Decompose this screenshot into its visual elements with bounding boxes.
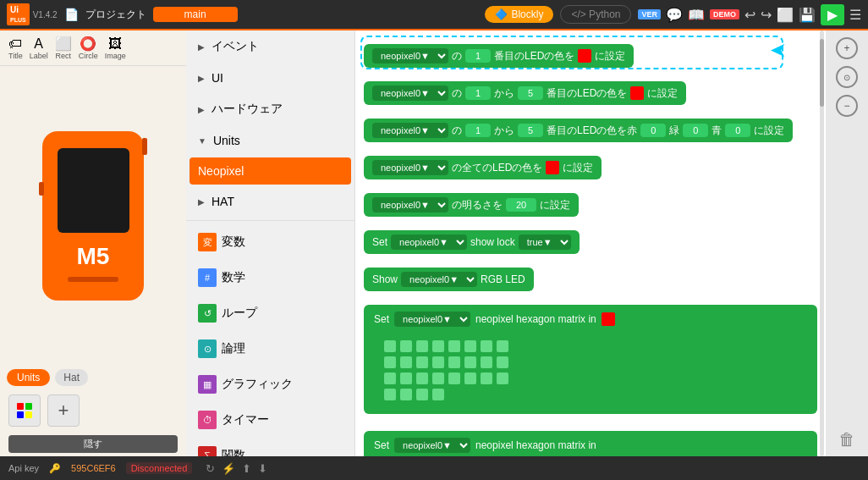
block4-device[interactable]: neopixel0▼ — [372, 160, 448, 175]
hex-dot[interactable] — [448, 356, 460, 368]
menu-item-neopixel[interactable]: Neopixel — [190, 157, 351, 185]
zoom-in-icon[interactable]: + — [836, 37, 858, 59]
book-icon[interactable]: 📖 — [688, 7, 705, 23]
block-9-header[interactable]: Set neopixel0▼ neopixel hexagon matrix i… — [374, 438, 807, 453]
block3-r[interactable] — [640, 124, 666, 137]
block7-device[interactable]: neopixel0▼ — [401, 272, 477, 287]
menu-item-timer[interactable]: ⏱ タイマー — [186, 402, 354, 438]
block-5[interactable]: neopixel0▼ の明るさを に設定 — [364, 193, 579, 217]
tool-circle[interactable]: ⭕ Circle — [79, 36, 98, 60]
block-3[interactable]: neopixel0▼ の から 番目のLEDの色を赤 緑 青 に設定 — [364, 119, 793, 142]
save-icon[interactable]: 💾 — [799, 7, 816, 23]
block2-color[interactable] — [630, 86, 644, 100]
hide-button[interactable]: 隠す — [8, 435, 178, 453]
menu-icon[interactable]: ☰ — [849, 7, 861, 23]
block3-from[interactable] — [465, 124, 491, 137]
block5-device[interactable]: neopixel0▼ — [372, 197, 448, 212]
tab-units[interactable]: Units — [7, 369, 50, 386]
hex-dot[interactable] — [448, 340, 460, 352]
trash-icon[interactable]: 🗑 — [838, 430, 855, 450]
menu-item-func[interactable]: ∑ 関数 — [186, 438, 354, 456]
hex-dot[interactable] — [497, 340, 508, 352]
hex-dot[interactable] — [416, 356, 428, 368]
hex-dot[interactable] — [432, 389, 444, 400]
menu-item-event[interactable]: イベント — [186, 30, 354, 63]
copy-icon[interactable]: ⬜ — [777, 7, 794, 23]
hex-dot[interactable] — [384, 389, 396, 400]
hex-dot[interactable] — [384, 340, 396, 352]
tool-image[interactable]: 🖼 Image — [105, 36, 126, 60]
refresh-icon[interactable]: ↻ — [206, 462, 215, 475]
block6-value[interactable]: true▼ — [519, 234, 571, 250]
hex-dot[interactable] — [416, 389, 428, 400]
tool-label[interactable]: A Label — [30, 36, 48, 60]
menu-item-graphic[interactable]: ▦ グラフィック — [186, 367, 354, 402]
hex-dot[interactable] — [497, 356, 508, 368]
hex-dot[interactable] — [416, 372, 428, 384]
hex-dot[interactable] — [400, 356, 412, 368]
block4-color[interactable] — [546, 161, 559, 174]
menu-item-loop[interactable]: ↺ ループ — [186, 295, 354, 331]
rgb-led-icon[interactable] — [8, 394, 41, 427]
hex-dot[interactable] — [400, 372, 412, 384]
block1-device[interactable]: neopixel0▼ — [372, 48, 448, 63]
block2-to[interactable] — [518, 86, 543, 100]
hex-dot[interactable] — [481, 340, 492, 352]
add-device-icon[interactable]: + — [47, 394, 80, 427]
hex-dot[interactable] — [464, 356, 476, 368]
chat-icon[interactable]: 💬 — [666, 7, 683, 23]
run-button[interactable]: ▶ — [821, 4, 844, 25]
block-8-header[interactable]: Set neopixel0▼ neopixel hexagon matrix i… — [374, 312, 807, 327]
block2-device[interactable]: neopixel0▼ — [372, 86, 448, 101]
block-6[interactable]: Set neopixel0▼ show lock true▼ — [364, 230, 580, 254]
hex-dot[interactable] — [416, 340, 428, 352]
menu-item-hat[interactable]: HAT — [186, 186, 354, 217]
zoom-out-icon[interactable]: − — [836, 95, 858, 117]
block9-device[interactable]: neopixel0▼ — [394, 438, 470, 453]
tool-title[interactable]: 🏷 Title — [8, 36, 23, 60]
hex-dot[interactable] — [384, 356, 396, 368]
tool-rect[interactable]: ⬜ Rect — [55, 36, 72, 60]
menu-item-logic[interactable]: ⊙ 論理 — [186, 331, 354, 367]
zoom-fit-icon[interactable]: ⊙ — [836, 66, 858, 88]
block8-color[interactable] — [602, 312, 615, 326]
connect-icon[interactable]: ⚡ — [222, 462, 235, 475]
connection-status[interactable]: Disconnected — [126, 462, 193, 474]
menu-item-vars[interactable]: 変 変数 — [186, 224, 354, 260]
block2-from[interactable] — [465, 86, 491, 100]
hex-dot[interactable] — [432, 372, 444, 384]
hex-dot[interactable] — [481, 356, 492, 368]
hex-dot[interactable] — [400, 389, 412, 400]
hex-dot[interactable] — [432, 340, 444, 352]
menu-item-math[interactable]: # 数学 — [186, 260, 354, 295]
upload-icon[interactable]: ⬆ — [242, 462, 251, 475]
hex-dot[interactable] — [481, 372, 492, 384]
block1-color[interactable] — [578, 49, 591, 63]
blockly-button[interactable]: 🔷 Blockly — [485, 6, 553, 23]
block3-to[interactable] — [518, 124, 543, 137]
menu-item-hardware[interactable]: ハードウェア — [186, 93, 354, 125]
block3-b[interactable] — [725, 124, 750, 137]
hex-dot[interactable] — [432, 356, 444, 368]
download-icon[interactable]: ⬇ — [258, 462, 267, 475]
hex-dot[interactable] — [464, 372, 476, 384]
block-7[interactable]: Show neopixel0▼ RGB LED — [364, 268, 534, 291]
menu-item-units[interactable]: Units — [186, 125, 354, 156]
menu-item-ui[interactable]: UI — [186, 63, 354, 93]
undo-icon[interactable]: ↩ — [744, 7, 755, 23]
block-4[interactable]: neopixel0▼ の全てのLEDの色を に設定 — [364, 156, 602, 179]
redo-icon[interactable]: ↪ — [761, 7, 772, 23]
hex-dot[interactable] — [384, 372, 396, 384]
hex-dot[interactable] — [448, 372, 460, 384]
hex-dot[interactable] — [464, 340, 476, 352]
block1-num[interactable] — [465, 49, 491, 63]
block8-device[interactable]: neopixel0▼ — [394, 312, 470, 327]
block5-num[interactable] — [506, 198, 536, 212]
hex-dot[interactable] — [400, 340, 412, 352]
tab-hat[interactable]: Hat — [55, 369, 88, 386]
block-1[interactable]: neopixel0▼ の 番目のLEDの色を に設定 — [364, 44, 634, 68]
main-input[interactable] — [153, 7, 238, 22]
hex-dot[interactable] — [497, 372, 508, 384]
scrollbar-thumb[interactable] — [820, 39, 824, 107]
block3-g[interactable] — [683, 124, 708, 137]
